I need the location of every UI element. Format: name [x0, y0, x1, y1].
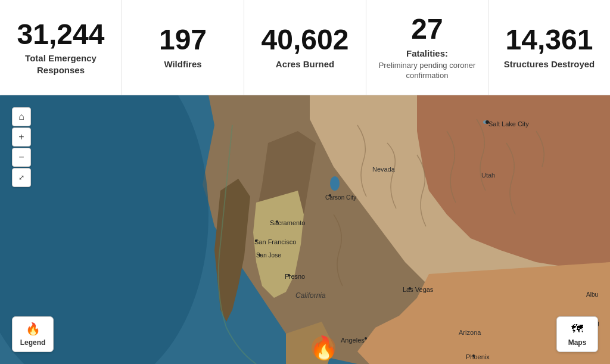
stat-item-1: 197Wildfires — [122, 0, 244, 95]
svg-text:Fresno: Fresno — [285, 273, 305, 280]
svg-text:Phoenix: Phoenix — [466, 353, 490, 360]
svg-point-37 — [365, 337, 367, 340]
legend-label: Legend — [20, 338, 46, 347]
svg-point-35 — [288, 274, 290, 276]
svg-point-36 — [409, 287, 411, 290]
svg-text:California: California — [295, 291, 326, 300]
stat-label-4: Structures Destroyed — [504, 58, 595, 70]
svg-text:San Francisco: San Francisco — [254, 238, 296, 245]
stats-bar: 31,244Total Emergency Responses197Wildfi… — [0, 0, 610, 95]
svg-point-31 — [329, 194, 331, 197]
svg-point-33 — [255, 239, 257, 242]
svg-text:Arizona: Arizona — [459, 329, 481, 336]
legend-icon: 🔥 — [26, 322, 41, 336]
stat-sublabel-3: Preliminary pending coroner confirmation — [376, 61, 478, 81]
svg-text:Las Vegas: Las Vegas — [403, 286, 434, 293]
fullscreen-button[interactable]: ⤢ — [12, 168, 31, 187]
svg-point-38 — [472, 354, 475, 357]
svg-point-34 — [259, 254, 261, 256]
svg-point-32 — [276, 220, 278, 223]
stat-number-0: 31,244 — [17, 19, 105, 51]
zoom-out-button[interactable]: − — [12, 148, 31, 167]
stat-number-2: 40,602 — [262, 24, 349, 56]
svg-point-30 — [485, 120, 489, 124]
svg-text:Nevada: Nevada — [372, 166, 396, 173]
maps-label: Maps — [568, 338, 587, 347]
svg-point-42 — [316, 341, 331, 355]
map-container: Salt Lake City Nevada Carson City Utah S… — [0, 95, 610, 364]
stat-number-1: 197 — [159, 24, 207, 56]
stat-label-2: Acres Burned — [276, 58, 334, 70]
stat-label-0: Total Emergency Responses — [10, 52, 112, 76]
stat-label-1: Wildfires — [164, 58, 201, 70]
maps-button[interactable]: 🗺 Maps — [556, 316, 598, 352]
svg-text:Utah: Utah — [481, 172, 495, 179]
legend-button[interactable]: 🔥 Legend — [12, 316, 54, 352]
stat-label-3: Fatalities: — [406, 48, 448, 60]
svg-text:Albu: Albu — [586, 291, 598, 298]
map-controls: ⌂ + − ⤢ — [12, 107, 31, 187]
svg-text:Salt Lake City: Salt Lake City — [488, 120, 529, 127]
home-button[interactable]: ⌂ — [12, 107, 31, 126]
stat-item-2: 40,602Acres Burned — [244, 0, 366, 95]
svg-text:Angeles: Angeles — [341, 337, 365, 344]
stat-item-3: 27Fatalities:Preliminary pending coroner… — [366, 0, 488, 95]
zoom-in-button[interactable]: + — [12, 127, 31, 147]
maps-icon: 🗺 — [571, 322, 583, 336]
svg-point-11 — [330, 176, 340, 191]
stat-number-3: 27 — [411, 14, 443, 45]
stat-item-4: 14,361Structures Destroyed — [488, 0, 610, 95]
svg-text:Sacramento: Sacramento — [270, 219, 305, 226]
stat-item-0: 31,244Total Emergency Responses — [0, 0, 122, 95]
stat-number-4: 14,361 — [506, 24, 593, 56]
